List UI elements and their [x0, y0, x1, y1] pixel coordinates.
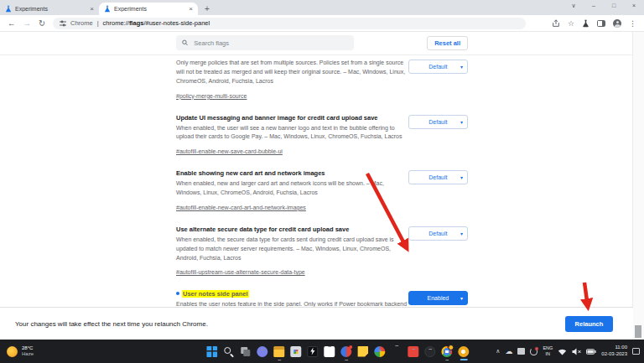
chevron-down-icon: ▾: [460, 119, 463, 125]
search-flags-input[interactable]: [192, 39, 348, 48]
reset-all-button[interactable]: Reset all: [427, 36, 468, 50]
close-button[interactable]: ×: [624, 0, 644, 12]
volume-muted-icon[interactable]: [572, 348, 581, 355]
url-separator: |: [97, 19, 99, 27]
tune-icon: [60, 20, 66, 27]
restart-notice-text: Your changes will take effect the next t…: [15, 320, 208, 328]
weather-widget[interactable]: 28°C Haze: [7, 340, 34, 363]
tray-chevron-up-icon[interactable]: ∧: [496, 348, 500, 355]
taskbar-icon-purple-app[interactable]: [257, 346, 267, 357]
tab-title: Experiments: [114, 6, 185, 12]
maximize-button[interactable]: □: [604, 0, 624, 12]
language-indicator[interactable]: ENG IN: [543, 345, 553, 356]
back-icon[interactable]: ←: [8, 18, 16, 28]
taskbar-icon-lightning-app[interactable]: [307, 346, 318, 357]
tab-close-icon[interactable]: ×: [90, 6, 94, 13]
url-text: chrome://flags/#user-notes-side-panel: [103, 19, 210, 27]
new-tab-button[interactable]: +: [205, 4, 210, 13]
flag-entry-policy-merge: Only merge policies that are set from mu…: [176, 59, 468, 101]
taskbar-center-icons: [206, 340, 469, 363]
tray-app-icon[interactable]: [517, 348, 525, 355]
minimize-button[interactable]: –: [584, 0, 604, 12]
taskbar-icon-golden-app[interactable]: [458, 346, 469, 357]
tab-strip: Experiments × Experiments × + ∨ – □ ×: [0, 0, 644, 15]
forward-icon[interactable]: →: [23, 18, 32, 28]
clock[interactable]: 11:00 02-03-2023: [601, 345, 627, 358]
taskbar-icon-notion[interactable]: [324, 346, 335, 357]
match-dot-icon: [176, 292, 179, 295]
flag-title: Enable showing new card art and network …: [176, 169, 408, 177]
tab-close-icon[interactable]: ×: [189, 6, 193, 13]
taskbar-icon-sticky-notes[interactable]: [357, 346, 368, 357]
taskbar-icon-microsoft-store[interactable]: [290, 346, 301, 357]
experiments-flask-icon[interactable]: [582, 19, 589, 28]
tray-time: 11:00: [601, 345, 627, 351]
taskbar-icon-colorful-app[interactable]: [374, 346, 385, 357]
windows-taskbar: 28°C Haze ∧ ☁ ENG IN 11:00 02-03-2023: [0, 340, 644, 363]
flag-value-dropdown[interactable]: Default ▾: [408, 170, 468, 184]
toolbar-action-icons: ☆ ⋮: [552, 19, 636, 28]
taskbar-icon-chrome[interactable]: [441, 346, 452, 357]
flag-permalink[interactable]: #autofill-enable-new-save-card-bubble-ui: [176, 148, 283, 154]
flags-page: Reset all Only merge policies that are s…: [0, 32, 644, 307]
share-icon[interactable]: [552, 19, 560, 28]
search-flags-box[interactable]: [176, 35, 354, 50]
tab-search-chevron-icon[interactable]: ∨: [564, 0, 584, 12]
flag-entry-secure-data-type: Use alternate secure data type for credi…: [176, 226, 468, 278]
taskbar-icon-search[interactable]: [223, 346, 234, 357]
restart-notice-bar: Your changes will take effect the next t…: [0, 307, 633, 340]
reload-icon[interactable]: ↻: [39, 18, 45, 28]
menu-dots-icon[interactable]: ⋮: [629, 19, 636, 28]
tab-title: Experiments: [15, 6, 86, 12]
taskbar-icon-red-blue-app[interactable]: [340, 346, 351, 357]
taskbar-icon-red-app[interactable]: [408, 346, 418, 357]
flags-search-section: Reset all: [0, 32, 644, 55]
wifi-icon[interactable]: [558, 348, 567, 355]
taskbar-icon-photos-app[interactable]: [424, 346, 435, 357]
weather-temp: 28°C: [22, 345, 34, 352]
chevron-down-icon: ▾: [460, 64, 463, 70]
flag-value-dropdown[interactable]: Default ▾: [408, 226, 468, 241]
flag-title: Use alternate secure data type for credi…: [176, 226, 408, 233]
taskbar-icon-windows[interactable]: [206, 346, 217, 357]
flask-icon: [104, 5, 111, 13]
battery-icon[interactable]: [586, 349, 596, 355]
tab-experiments-1[interactable]: Experiments ×: [0, 3, 99, 15]
scrollbar-thumb[interactable]: [635, 325, 641, 338]
taskbar-icon-file-explorer[interactable]: [273, 346, 284, 357]
bookmark-star-icon[interactable]: ☆: [568, 19, 574, 28]
tray-date: 02-03-2023: [601, 351, 627, 358]
touch-keyboard-icon[interactable]: [632, 348, 640, 355]
search-icon: [182, 39, 188, 46]
flag-permalink[interactable]: #policy-merge-multi-source: [176, 93, 247, 99]
weather-condition: Haze: [22, 351, 34, 358]
flag-value-dropdown[interactable]: Default ▾: [408, 115, 468, 129]
sync-status-icon[interactable]: [530, 348, 538, 355]
taskbar-icon-todo-app[interactable]: [391, 346, 402, 357]
flag-permalink[interactable]: #autofill-upstream-use-alternate-secure-…: [176, 269, 305, 275]
chevron-down-icon: ▾: [460, 231, 463, 236]
flag-description: Only merge policies that are set from mu…: [176, 59, 408, 86]
system-tray: ∧ ☁ ENG IN 11:00 02-03-2023: [496, 340, 640, 363]
side-panel-icon[interactable]: [597, 20, 605, 27]
chevron-down-icon: ▾: [460, 174, 463, 180]
browser-toolbar: ← → ↻ Chrome | chrome://flags/#user-note…: [0, 15, 644, 32]
flag-value-dropdown[interactable]: Default ▾: [408, 60, 468, 74]
address-bar[interactable]: Chrome | chrome://flags/#user-notes-side…: [53, 18, 526, 29]
window-controls: ∨ – □ ×: [564, 0, 644, 12]
flag-description: Enables the user notes feature in the si…: [176, 300, 408, 307]
relaunch-button[interactable]: Relaunch: [565, 316, 613, 332]
onedrive-cloud-icon[interactable]: ☁: [505, 348, 512, 355]
tab-experiments-2[interactable]: Experiments ×: [99, 3, 198, 15]
flag-entry-user-notes-side-panel: User notes side panel Enables the user n…: [176, 290, 468, 307]
flag-permalink[interactable]: #autofill-enable-new-card-art-and-networ…: [176, 205, 306, 210]
sun-icon: [7, 346, 18, 357]
page-scrollbar[interactable]: [632, 32, 644, 340]
taskbar-icon-task-view[interactable]: [240, 346, 251, 357]
flag-entry-save-card-ui: Update UI messaging and banner image for…: [176, 114, 468, 158]
flag-entry-card-art: Enable showing new card art and network …: [176, 169, 468, 213]
flag-description: When enabled, new and larger card art an…: [176, 179, 408, 198]
flag-value-dropdown-enabled[interactable]: Enabled ▾: [408, 291, 468, 305]
flag-description: When enabled, the secure data type for c…: [176, 236, 408, 263]
profile-avatar[interactable]: [613, 19, 621, 28]
